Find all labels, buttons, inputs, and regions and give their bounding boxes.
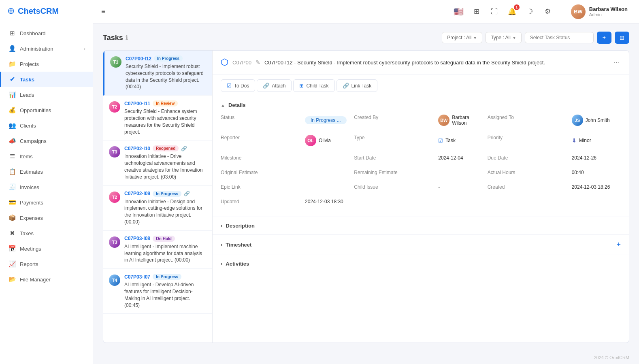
task-item[interactable]: T4 C07P03-I07 In Progress AI Intelligent… [103, 269, 212, 314]
sidebar-item-estimates[interactable]: 📋 Estimates [0, 164, 93, 179]
task-id: C07P02-I10 [124, 146, 150, 151]
actual-hours-label: Actual Hours [488, 167, 569, 178]
sidebar-item-campaigns[interactable]: 📣 Campaigns [0, 133, 93, 149]
tab-link-task[interactable]: 🔗 Link Task [337, 79, 378, 92]
task-item[interactable]: T1 C07P00-I12 In Progress Security Shiel… [103, 51, 212, 96]
child-issue-value: - [435, 182, 487, 192]
user-menu[interactable]: BW Barbara Wilson Admin [568, 3, 631, 21]
child-issue-label: Child Issue [354, 182, 435, 192]
task-badge: In Progress [153, 191, 181, 197]
project-filter[interactable]: Project : All ▼ [442, 32, 482, 43]
tab-todos[interactable]: ☑ To Dos [221, 79, 255, 92]
sidebar-item-invoices[interactable]: 🧾 Invoices [0, 179, 93, 195]
task-text: Innovation Initiative - Drive technologi… [124, 153, 207, 180]
sidebar-item-reports[interactable]: 📈 Reports [0, 256, 93, 272]
main-wrapper: ≡ 🇺🇸 ⊞ ⛶ 🔔 1 ☽ ⚙ BW Barbara Wilson Admin… [93, 0, 639, 364]
remaining-estimate-value [435, 167, 487, 178]
sidebar-label-invoices: Invoices [20, 184, 39, 190]
edit-icon[interactable]: ✎ [256, 59, 260, 66]
milestone-label: Milestone [221, 153, 302, 163]
sidebar-label-reports: Reports [20, 261, 38, 267]
task-text: Security Shield - Enhance system protect… [124, 108, 207, 135]
sidebar-item-meetings[interactable]: 📅 Meetings [0, 241, 93, 256]
add-timesheet-button[interactable]: + [616, 241, 621, 249]
created-by-value: BW Barbara Wilson [435, 112, 487, 128]
description-header[interactable]: › Description [213, 217, 629, 234]
sidebar-item-payments[interactable]: 💳 Payments [0, 195, 93, 210]
timesheet-header[interactable]: › Timesheet + [213, 235, 629, 255]
task-text: AI Intelligent - Develop AI-driven featu… [124, 281, 207, 309]
status-value: In Progress ... [302, 112, 354, 128]
tab-attach[interactable]: 🔗 Attach [257, 79, 292, 92]
task-item[interactable]: T3 C07P03-I08 On Hold AI Intelligent - I… [103, 231, 212, 269]
sidebar-item-projects[interactable]: 📁 Projects [0, 56, 93, 72]
type-filter[interactable]: Type : All ▼ [486, 32, 522, 43]
tab-label-child-task: Child Task [306, 83, 328, 89]
detail-project-id: C07P00 [232, 60, 251, 66]
task-badge: In Review [153, 100, 178, 106]
more-options-button[interactable]: ··· [612, 59, 621, 66]
tasks-nav-icon: ✔ [9, 76, 16, 83]
sidebar-item-expenses[interactable]: 📦 Expenses [0, 210, 93, 226]
taxes-nav-icon: ✖ [9, 230, 16, 237]
details-grid: Status In Progress ... Created By BW Bar… [221, 112, 621, 210]
add-task-button[interactable]: + [597, 32, 611, 44]
status-search[interactable] [525, 32, 594, 43]
type-label: Type [354, 132, 435, 149]
sidebar-item-leads[interactable]: 📊 Leads [0, 87, 93, 102]
sidebar-item-opportunities[interactable]: 💰 Opportunities [0, 102, 93, 118]
remaining-estimate-label: Remaining Estimate [354, 167, 435, 178]
activities-header[interactable]: › Activities [213, 255, 629, 272]
sidebar-item-clients[interactable]: 👥 Clients [0, 118, 93, 133]
sidebar-item-administration[interactable]: 👤 Administration › [0, 41, 93, 56]
details-section-header[interactable]: ▲ Details [221, 97, 621, 112]
hamburger-icon[interactable]: ≡ [101, 7, 106, 16]
sidebar-label-administration: Administration [20, 46, 53, 52]
dropdown-arrow-icon: ▼ [512, 36, 516, 40]
sidebar-item-taxes[interactable]: ✖ Taxes [0, 226, 93, 241]
info-icon[interactable]: ℹ [126, 34, 128, 41]
sidebar-label-meetings: Meetings [20, 246, 41, 252]
epic-link-label: Epic Link [221, 182, 302, 192]
task-avatar: T3 [109, 146, 120, 158]
sidebar-label-file-manager: File Manager [20, 277, 51, 283]
settings-icon[interactable]: ⚙ [541, 5, 554, 18]
notification-icon[interactable]: 🔔 1 [506, 5, 519, 18]
link-icon: 🔗 [181, 146, 187, 151]
sidebar-label-taxes: Taxes [20, 230, 34, 236]
task-avatar: T2 [109, 101, 120, 113]
task-item[interactable]: T2 C07P00-I11 In Review Security Shield … [103, 96, 212, 140]
start-date-label: Start Date [354, 153, 435, 163]
sidebar-label-campaigns: Campaigns [20, 138, 47, 144]
status-pill[interactable]: In Progress ... [305, 116, 347, 124]
task-item[interactable]: T2 C07P02-I09 In Progress 🔗 Innovation I… [103, 186, 212, 231]
sidebar-item-file-manager[interactable]: 📂 File Manager [0, 272, 93, 287]
tab-label-link-task: Link Task [351, 83, 372, 89]
created-by-avatar: BW [438, 115, 449, 126]
grid-view-button[interactable]: ⊞ [615, 32, 629, 44]
expand-icon[interactable]: ⛶ [488, 5, 501, 18]
user-info: Barbara Wilson Admin [589, 6, 628, 17]
task-detail: ⬡ C07P00 ✎ C07P00-I12 - Security Shield … [213, 51, 629, 343]
sidebar-label-clients: Clients [20, 123, 36, 129]
updated-label: Updated [221, 196, 302, 207]
details-section: ▲ Details Status In Progress ... Created… [213, 97, 629, 217]
sidebar-item-dashboard[interactable]: ⊞ Dashboard [0, 26, 93, 41]
grid-icon[interactable]: ⊞ [470, 5, 483, 18]
sidebar-item-tasks[interactable]: ✔ Tasks [0, 72, 93, 87]
priority-label: Priority [488, 132, 569, 149]
detail-header: ⬡ C07P00 ✎ C07P00-I12 - Security Shield … [213, 51, 629, 75]
content: Tasks ℹ Project : All ▼ Type : All ▼ + ⊞ [93, 23, 639, 351]
flag-icon[interactable]: 🇺🇸 [452, 5, 465, 18]
tab-label-attach: Attach [272, 83, 285, 89]
tab-child-task[interactable]: ⊞ Child Task [293, 79, 334, 92]
detail-tabs: ☑ To Dos 🔗 Attach ⊞ Child Task 🔗 Link Ta… [213, 75, 629, 97]
task-item[interactable]: T3 C07P02-I10 Reopened 🔗 Innovation Init… [103, 140, 212, 185]
task-id: C07P00-I12 [126, 56, 151, 62]
timesheet-label: Timesheet [226, 242, 251, 248]
darkmode-icon[interactable]: ☽ [524, 5, 537, 18]
created-label: Created [488, 182, 569, 192]
sidebar-item-items[interactable]: ☰ Items [0, 149, 93, 164]
priority-value: ⬇ Minor [569, 132, 621, 149]
sidebar-label-expenses: Expenses [20, 215, 43, 221]
